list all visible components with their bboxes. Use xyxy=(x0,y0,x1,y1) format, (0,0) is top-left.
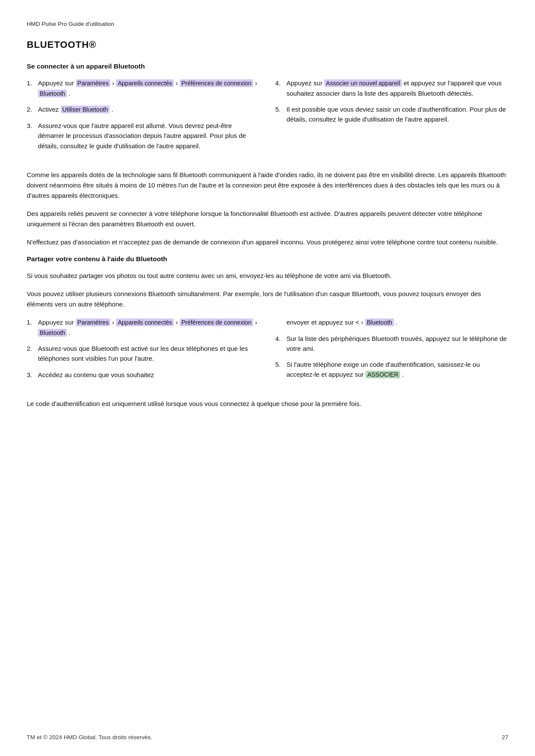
page-header: HMD Pulse Pro Guide d'utilisation xyxy=(27,21,508,27)
page-footer: TM et © 2024 HMD Global. Tous droits rés… xyxy=(27,734,508,740)
ui-tag: Utiliser Bluetooth xyxy=(61,106,110,113)
footer-right: 27 xyxy=(502,734,508,740)
list-item: 5.Il est possible que vous deviez saisir… xyxy=(275,104,509,125)
list-item: 2.Activez Utiliser Bluetooth . xyxy=(27,104,260,115)
paragraph: Vous pouvez utiliser plusieurs connexion… xyxy=(27,289,508,309)
ui-tag-green: ASSOCIER xyxy=(366,371,400,378)
paragraph: N'effectuez pas d'association et n'accep… xyxy=(27,237,508,247)
step-content: Accédez au contenu que vous souhaitez xyxy=(38,370,260,380)
section2-steps-left: 1.Appuyez sur Paramètres › Appareils con… xyxy=(27,317,260,386)
list-item: 3.Assurez-vous que l'autre appareil est … xyxy=(27,121,260,151)
step-content: Appuyez sur Paramètres › Appareils conne… xyxy=(38,78,260,98)
section2-steps-right: envoyer et appuyez sur < › Bluetooth .4.… xyxy=(275,317,509,386)
ui-tag: Bluetooth xyxy=(38,90,67,97)
ui-tag: Paramètres xyxy=(76,319,110,326)
step-number: 4. xyxy=(275,78,285,88)
section2-paragraph-after: Le code d'authentification est uniquemen… xyxy=(27,399,508,409)
section1-paragraphs: Comme les appareils dotés de la technolo… xyxy=(27,170,508,247)
step-content: Appuyez sur Associer un nouvel appareil … xyxy=(287,78,509,98)
step-content: Il est possible que vous deviez saisir u… xyxy=(287,104,509,125)
ui-tag: Préférences de connexion xyxy=(180,319,253,326)
step-number: 2. xyxy=(27,344,36,353)
list-item: 1.Appuyez sur Paramètres › Appareils con… xyxy=(27,78,260,98)
list-item: 4.Sur la liste des périphériques Bluetoo… xyxy=(275,334,509,354)
step-number: 3. xyxy=(27,370,36,380)
list-item: 5.Si l'autre téléphone exige un code d'a… xyxy=(275,359,509,380)
step-number: 1. xyxy=(27,78,36,88)
footer-left: TM et © 2024 HMD Global. Tous droits rés… xyxy=(27,734,152,740)
step-content: Assurez-vous que l'autre appareil est al… xyxy=(38,121,260,151)
step-number: 4. xyxy=(275,334,285,344)
paragraph: Des appareils reliés peuvent se connecte… xyxy=(27,209,508,229)
list-item: 1.Appuyez sur Paramètres › Appareils con… xyxy=(27,317,260,337)
step-content: Si l'autre téléphone exige un code d'aut… xyxy=(287,359,509,380)
ui-tag: Associer un nouvel appareil xyxy=(324,79,402,87)
step-content: Assurez-vous que Bluetooth est activé su… xyxy=(38,344,260,364)
section1-subtitle: Se connecter à un appareil Bluetooth xyxy=(27,62,508,70)
section2-subtitle: Partager votre contenu à l'aide du Bluet… xyxy=(27,255,508,263)
ui-tag: Bluetooth xyxy=(38,329,67,337)
list-item: 4.Appuyez sur Associer un nouvel apparei… xyxy=(275,78,509,98)
step-number: 1. xyxy=(27,317,36,327)
main-title: BLUETOOTH® xyxy=(27,39,508,50)
ui-tag: Paramètres xyxy=(76,79,110,87)
ui-tag: Appareils connectés xyxy=(116,319,174,326)
list-item: envoyer et appuyez sur < › Bluetooth . xyxy=(275,317,509,328)
step-number: 5. xyxy=(275,359,285,369)
step-content: Appuyez sur Paramètres › Appareils conne… xyxy=(38,317,260,337)
list-item: 3.Accédez au contenu que vous souhaitez xyxy=(27,370,260,380)
paragraph: Comme les appareils dotés de la technolo… xyxy=(27,170,508,201)
section1-steps-left: 1.Appuyez sur Paramètres › Appareils con… xyxy=(27,78,260,157)
step-number: 2. xyxy=(27,104,36,114)
step-number: 5. xyxy=(275,104,285,114)
step-number: 3. xyxy=(27,121,36,131)
ui-tag: Préférences de connexion xyxy=(180,79,253,87)
step-content: envoyer et appuyez sur < › Bluetooth . xyxy=(287,317,509,328)
list-item: 2.Assurez-vous que Bluetooth est activé … xyxy=(27,344,260,364)
paragraph: Si vous souhaitez partager vos photos ou… xyxy=(27,271,508,281)
ui-tag: Bluetooth xyxy=(365,319,394,326)
step-content: Sur la liste des périphériques Bluetooth… xyxy=(287,334,509,354)
section2-paragraphs-before: Si vous souhaitez partager vos photos ou… xyxy=(27,271,508,309)
step-content: Activez Utiliser Bluetooth . xyxy=(38,104,260,115)
ui-tag: Appareils connectés xyxy=(116,79,174,87)
section1-steps-right: 4.Appuyez sur Associer un nouvel apparei… xyxy=(275,78,509,130)
